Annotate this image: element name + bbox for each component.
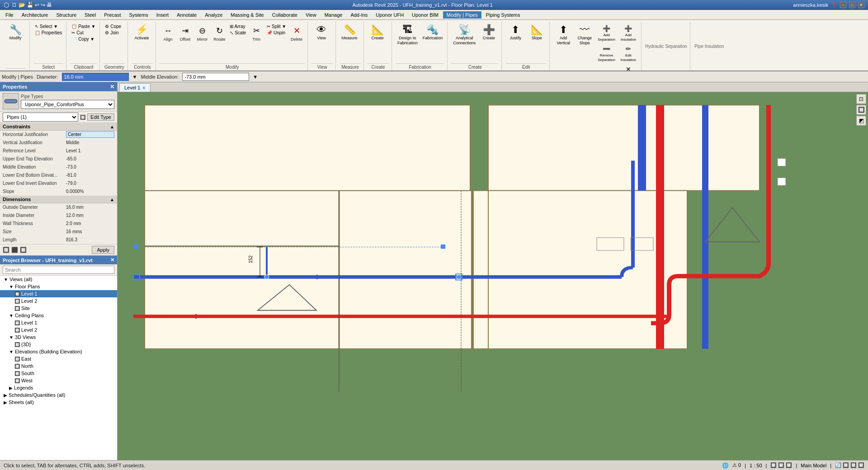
tree-item-south[interactable]: 🔲 South xyxy=(0,370,117,377)
offset-btn[interactable]: ⇥ Offset xyxy=(177,24,193,43)
measure-btn[interactable]: 📏 Measure xyxy=(340,24,359,42)
qa-redo[interactable]: ↪ xyxy=(41,2,45,8)
qa-save[interactable]: 💾 xyxy=(27,2,33,8)
close-btn[interactable]: ✕ xyxy=(858,2,864,8)
canvas-tab-level1[interactable]: Level 1 ✕ xyxy=(119,83,151,92)
status-r3[interactable]: 🔲 xyxy=(858,462,864,468)
menu-addins[interactable]: Add-Ins xyxy=(347,11,371,19)
view-icon-2[interactable]: ◩ xyxy=(856,116,866,126)
prop-icon-2[interactable]: ⬛ xyxy=(11,247,18,253)
tree-item-north[interactable]: 🔲 North xyxy=(0,362,117,370)
array-btn[interactable]: ⊞ Array xyxy=(228,24,247,29)
change-slope-btn[interactable]: 〰 ChangeSlope xyxy=(575,24,594,47)
minimize-btn[interactable]: − xyxy=(840,2,846,8)
prop-icon-1[interactable]: 🔲 xyxy=(3,247,9,253)
properties-btn[interactable]: 📋 Properties xyxy=(33,30,63,36)
tree-item-schedules[interactable]: ▶ Schedules/Quantities (all) xyxy=(0,391,117,399)
browser-close-btn[interactable]: ✕ xyxy=(110,257,114,263)
justify-btn[interactable]: ⬆ Justify xyxy=(505,24,525,42)
browser-search-input[interactable] xyxy=(3,266,114,274)
menu-systems[interactable]: Systems xyxy=(125,11,151,19)
add-vertical-btn[interactable]: ⬆ AddVertical xyxy=(553,24,573,47)
properties-close-btn[interactable]: ✕ xyxy=(110,84,114,90)
status-r2[interactable]: 🔲 xyxy=(850,462,857,468)
edit-type-btn[interactable]: Edit Type xyxy=(87,113,114,121)
remove-separation-btn[interactable]: ➖ RemoveSeparation xyxy=(596,44,617,63)
unpin-btn[interactable]: 📌 Unpin xyxy=(265,30,288,36)
tree-item-views-all[interactable]: ▼ Views (all) xyxy=(0,276,117,283)
status-icon-2[interactable]: 🔲 xyxy=(778,462,784,468)
menu-uponor-ufh[interactable]: Uponor UFH xyxy=(372,11,407,19)
qa-open[interactable]: 📂 xyxy=(19,2,25,8)
menu-structure[interactable]: Structure xyxy=(52,11,80,19)
modify-btn[interactable]: 🔧 Modify xyxy=(5,24,25,42)
restore-btn[interactable]: □ xyxy=(849,2,855,8)
menu-insert[interactable]: Insert xyxy=(153,11,173,19)
activate-btn[interactable]: ⚡ Activate xyxy=(132,24,151,42)
tree-item-level2-ceiling[interactable]: 🔲 Level 2 xyxy=(0,326,117,334)
status-icon-1[interactable]: 🔲 xyxy=(770,462,777,468)
tree-item-legends[interactable]: ▶ Legends xyxy=(0,384,117,391)
trim-btn[interactable]: ✂ Trim xyxy=(248,24,264,43)
mirror-btn[interactable]: ⊖ Mirror xyxy=(194,24,210,43)
menu-steel[interactable]: Steel xyxy=(81,11,99,19)
add-separation-btn[interactable]: ➕ AddSeparation xyxy=(596,24,617,43)
menu-analyze[interactable]: Analyze xyxy=(201,11,226,19)
elevation-input[interactable] xyxy=(182,73,249,81)
diameter-input[interactable] xyxy=(62,73,129,81)
create-btn[interactable]: 📐 Create xyxy=(368,24,387,42)
sync-icon[interactable]: 🔄 xyxy=(835,462,841,468)
menu-collaborate[interactable]: Collaborate xyxy=(269,11,301,19)
qa-new[interactable]: 🗋 xyxy=(12,2,17,8)
menu-uponor-bim[interactable]: Uponor BIM xyxy=(408,11,442,19)
scale-btn[interactable]: ⤡ Scale xyxy=(228,30,247,36)
type-dropdown[interactable]: Uponor_Pipe_ComfortPlus xyxy=(21,100,114,109)
add-insulation-btn[interactable]: ➕ AddInsulation xyxy=(618,24,638,43)
tree-item-3d[interactable]: 🔲 {3D} xyxy=(0,341,117,348)
menu-file[interactable]: File xyxy=(2,11,17,19)
menu-architecture[interactable]: Architecture xyxy=(18,11,52,19)
status-icon-3[interactable]: 🔲 xyxy=(786,462,792,468)
tree-item-3d-views[interactable]: ▼ 3D Views xyxy=(0,334,117,341)
tree-item-level2-floor[interactable]: 🔲 Level 2 xyxy=(0,297,117,305)
tree-item-floor-plans[interactable]: ▼ Floor Plans xyxy=(0,283,117,290)
pipe-count-dropdown[interactable]: Pipes (1) xyxy=(3,113,78,122)
apply-btn[interactable]: Apply xyxy=(92,246,114,254)
view-icon-1[interactable]: 🔲 xyxy=(856,105,866,115)
tree-item-elevations[interactable]: ▼ Elevations (Building Elevation) xyxy=(0,348,117,355)
status-r1[interactable]: 🔲 xyxy=(843,462,849,468)
analytical-connections-btn[interactable]: 📡 AnalyticalConnections xyxy=(451,24,477,47)
horiz-just-input[interactable] xyxy=(66,131,114,138)
cope-btn[interactable]: ⚙ Cope xyxy=(104,24,123,29)
constraints-section-header[interactable]: Constraints ▲ xyxy=(0,123,117,131)
menu-annotate[interactable]: Annotate xyxy=(173,11,200,19)
canvas-tab-close-btn[interactable]: ✕ xyxy=(142,85,146,90)
tree-item-level1-ceiling[interactable]: 🔲 Level 1 xyxy=(0,319,117,326)
menu-massing[interactable]: Massing & Site xyxy=(227,11,267,19)
canvas-viewport[interactable]: 152 xyxy=(118,92,868,460)
tree-item-level1-floor[interactable]: 🔲 Level 1 xyxy=(0,290,117,297)
menu-modify-pipes[interactable]: Modify | Pipes xyxy=(443,11,481,19)
view-btn[interactable]: 👁 View xyxy=(311,24,331,42)
prop-icon-3[interactable]: 🔲 xyxy=(20,247,27,253)
delete-btn[interactable]: ✕ Delete xyxy=(288,24,305,43)
menu-manage[interactable]: Manage xyxy=(321,11,346,19)
zoom-to-fit-btn[interactable]: ⊡ xyxy=(856,94,866,104)
select-btn[interactable]: ↖ Select ▼ xyxy=(33,24,63,29)
dimensions-section-header[interactable]: Dimensions ▲ xyxy=(0,196,117,203)
tree-item-site-floor[interactable]: 🔲 Site xyxy=(0,305,117,312)
remove-insulation-btn[interactable]: ✕ RemoveInsulation xyxy=(618,64,638,70)
qa-print[interactable]: 🖶 xyxy=(47,2,52,8)
tree-item-east[interactable]: 🔲 East xyxy=(0,355,117,362)
elevation-dropdown-icon[interactable]: ▼ xyxy=(253,74,258,80)
help-btn[interactable]: ❓ xyxy=(831,2,837,8)
clipboard-paste-btn[interactable]: 📋 Paste ▼ xyxy=(70,24,97,29)
rotate-btn[interactable]: ↻ Rotate xyxy=(211,24,227,43)
menu-piping-systems[interactable]: Piping Systems xyxy=(482,11,524,19)
slope-btn[interactable]: 📐 Slope xyxy=(527,24,547,42)
clipboard-cut-btn[interactable]: ✂ Cut xyxy=(70,30,97,36)
tree-item-west[interactable]: 🔲 West xyxy=(0,377,117,384)
qa-undo[interactable]: ↩ xyxy=(35,2,39,8)
edit-insulation-btn[interactable]: ✏ EditInsulation xyxy=(618,44,638,63)
clipboard-copy-btn[interactable]: 📄 Copy ▼ xyxy=(70,36,97,42)
